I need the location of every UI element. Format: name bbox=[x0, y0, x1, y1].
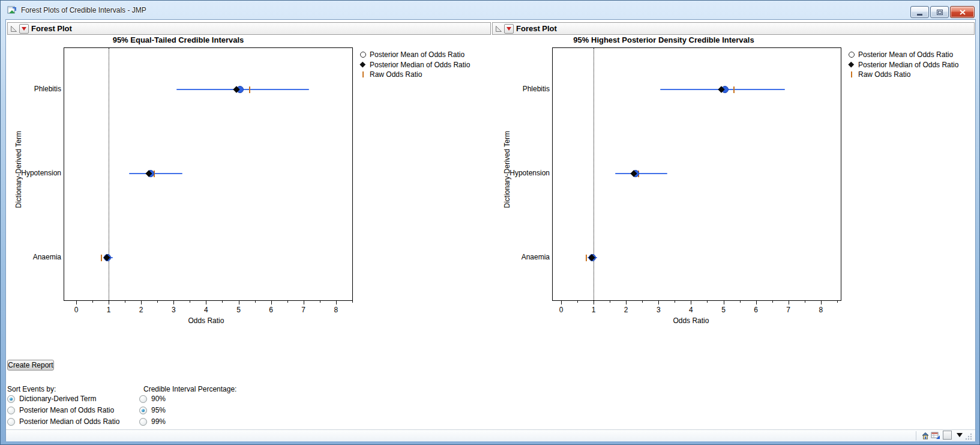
forest-plot-outline-header-left[interactable]: Forest Plot bbox=[7, 22, 491, 35]
plot-frame bbox=[64, 47, 353, 301]
filled-diamond-icon bbox=[359, 62, 367, 67]
disclosure-triangle-icon[interactable] bbox=[10, 25, 17, 32]
x-tick-label: 3 bbox=[652, 306, 664, 314]
x-tick-label: 2 bbox=[135, 306, 147, 314]
radio-label: Posterior Mean of Odds Ratio bbox=[19, 406, 114, 414]
report-content: Forest Plot Forest Plot Create Report So… bbox=[5, 19, 976, 441]
red-triangle-menu-button[interactable] bbox=[19, 24, 29, 34]
x-axis-tick bbox=[304, 301, 304, 304]
radio-95[interactable]: 95% bbox=[139, 406, 166, 414]
maximize-icon bbox=[937, 10, 943, 15]
radio-button[interactable] bbox=[7, 407, 15, 414]
x-axis-minor-tick bbox=[577, 301, 578, 303]
x-axis-minor-tick bbox=[190, 301, 190, 303]
plot-frame bbox=[552, 47, 841, 301]
x-axis-minor-tick bbox=[287, 301, 288, 303]
reference-line bbox=[594, 48, 594, 300]
radio-label: 99% bbox=[151, 417, 166, 426]
x-tick-label: 5 bbox=[718, 306, 730, 314]
radio-button[interactable] bbox=[139, 395, 147, 403]
credible-interval-line bbox=[129, 173, 182, 174]
home-icon[interactable] bbox=[921, 431, 930, 440]
legend-label: Posterior Median of Odds Ratio bbox=[370, 61, 470, 69]
radio-button-selected[interactable] bbox=[139, 407, 147, 414]
radio-button-selected[interactable] bbox=[7, 395, 15, 403]
open-circle-icon bbox=[847, 52, 855, 58]
x-axis-minor-tick bbox=[320, 301, 320, 303]
minimize-button[interactable] bbox=[910, 6, 929, 18]
x-tick-label: 8 bbox=[815, 306, 827, 314]
jmp-app-icon bbox=[7, 5, 17, 15]
x-axis-tick bbox=[561, 301, 562, 304]
resize-grip[interactable] bbox=[965, 432, 972, 443]
x-axis-minor-tick bbox=[92, 301, 93, 303]
x-tick-label: 7 bbox=[783, 306, 795, 314]
x-axis-minor-tick bbox=[675, 301, 675, 303]
legend-item: Posterior Median of Odds Ratio bbox=[359, 61, 470, 68]
x-axis-tick bbox=[626, 301, 627, 304]
x-axis-tick bbox=[756, 301, 757, 304]
x-axis-minor-tick bbox=[255, 301, 256, 303]
orange-tick-glyph bbox=[851, 71, 852, 77]
credible-interval-radio-group: 90%95%99% bbox=[139, 395, 166, 429]
filled-diamond-glyph bbox=[849, 62, 854, 67]
radio-dictionary-derived-term[interactable]: Dictionary-Derived Term bbox=[7, 395, 119, 403]
raw-odds-ratio-tick bbox=[586, 255, 587, 261]
maximize-button[interactable] bbox=[930, 6, 949, 18]
x-tick-label: 4 bbox=[685, 306, 697, 314]
x-axis-tick bbox=[76, 301, 77, 304]
radio-posterior-mean-of-odds-ratio[interactable]: Posterior Mean of Odds Ratio bbox=[7, 406, 119, 414]
radio-99[interactable]: 99% bbox=[139, 417, 166, 426]
x-axis-tick bbox=[239, 301, 239, 304]
status-bar bbox=[6, 429, 975, 441]
x-axis-tick bbox=[691, 301, 691, 304]
radio-button[interactable] bbox=[139, 418, 147, 426]
create-report-button[interactable]: Create Report bbox=[7, 360, 54, 371]
forest-plot-outline-header-right[interactable]: Forest Plot bbox=[492, 22, 975, 35]
sort-events-radio-group: Dictionary-Derived TermPosterior Mean of… bbox=[7, 395, 119, 429]
x-axis-minor-tick bbox=[222, 301, 223, 303]
disclosure-triangle-icon[interactable] bbox=[495, 25, 502, 32]
legend-item: Posterior Mean of Odds Ratio bbox=[847, 51, 958, 58]
legend-label: Posterior Mean of Odds Ratio bbox=[858, 50, 953, 59]
outline-title: Forest Plot bbox=[516, 24, 557, 33]
x-axis-tick bbox=[271, 301, 272, 304]
x-tick-label: 0 bbox=[70, 306, 82, 314]
radio-posterior-median-of-odds-ratio[interactable]: Posterior Median of Odds Ratio bbox=[7, 417, 119, 426]
title-bar[interactable]: Forest Plots of Credible Intervals - JMP bbox=[1, 1, 979, 19]
statusbar-separator bbox=[916, 431, 916, 440]
raw-odds-ratio-tick bbox=[733, 86, 735, 93]
x-tick-label: 8 bbox=[330, 306, 342, 314]
credible-interval-line bbox=[615, 173, 668, 174]
x-axis-minor-tick bbox=[707, 301, 708, 303]
y-category-label: Anaemia bbox=[8, 253, 61, 261]
open-circle-icon bbox=[359, 52, 367, 58]
legend-label: Posterior Mean of Odds Ratio bbox=[370, 50, 464, 59]
x-axis-minor-tick bbox=[352, 301, 353, 303]
x-axis-tick bbox=[658, 301, 659, 304]
radio-button[interactable] bbox=[7, 418, 15, 426]
legend: Posterior Mean of Odds RatioPosterior Me… bbox=[847, 50, 958, 81]
red-triangle-menu-button[interactable] bbox=[504, 24, 514, 34]
x-axis-minor-tick bbox=[805, 301, 805, 303]
legend: Posterior Mean of Odds RatioPosterior Me… bbox=[359, 50, 470, 81]
minimize-icon bbox=[917, 14, 922, 16]
x-axis-minor-tick bbox=[642, 301, 643, 303]
statusbar-menu-arrow-icon[interactable] bbox=[957, 433, 963, 437]
x-axis-tick bbox=[173, 301, 174, 304]
window-state-button[interactable] bbox=[943, 431, 952, 440]
radio-90[interactable]: 90% bbox=[139, 395, 166, 403]
filled-diamond-icon bbox=[847, 62, 855, 67]
data-table-icon[interactable] bbox=[931, 431, 940, 440]
legend-item: Raw Odds Ratio bbox=[359, 71, 470, 78]
open-circle-glyph bbox=[849, 52, 855, 58]
radio-label: 95% bbox=[151, 406, 166, 414]
close-button[interactable] bbox=[950, 6, 975, 18]
x-axis-minor-tick bbox=[740, 301, 741, 303]
x-axis-tick bbox=[336, 301, 337, 304]
y-category-label: Phlebitis bbox=[8, 85, 61, 93]
orange-tick-glyph bbox=[362, 71, 364, 77]
radio-label: 90% bbox=[151, 395, 166, 403]
close-icon bbox=[960, 10, 966, 15]
raw-odds-ratio-tick bbox=[101, 255, 102, 261]
